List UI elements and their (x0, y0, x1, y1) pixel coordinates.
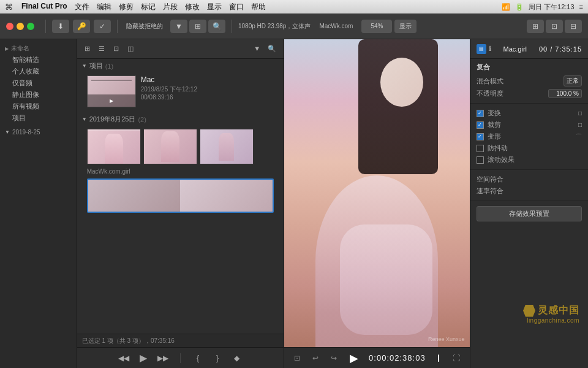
projects-label: 项目 (12, 114, 26, 121)
smart-filter-label: 智能精选 (12, 56, 39, 63)
media-name: Mac (141, 75, 274, 84)
transform-checkbox[interactable]: ✓ (477, 110, 484, 117)
menu-window[interactable]: 窗口 (229, 2, 244, 12)
media-thumb-mac: ▶ (87, 75, 136, 107)
menu-trim[interactable]: 修剪 (119, 2, 134, 12)
blend-mode-dropdown[interactable]: 正常 (564, 75, 582, 86)
layout-btn-1[interactable]: ⊞ (527, 20, 544, 33)
preview-forward-btn[interactable]: ↪ (328, 353, 339, 364)
controls-sep (180, 353, 181, 363)
rolling-shutter-label: 滚动效果 (488, 155, 514, 164)
menu-help[interactable]: 帮助 (251, 2, 266, 12)
sidebar-item-smart[interactable]: 智能精选 (0, 54, 77, 66)
media-item-mac[interactable]: ▶ Mac 2019/8/25 下午12:12 00/08:39:16 (82, 73, 279, 110)
zoom-select[interactable]: 54% (361, 20, 392, 33)
toolbar-separator-2 (117, 20, 118, 33)
save-effects-button[interactable]: 存储效果预置 (477, 206, 582, 221)
menu-app-name[interactable]: Final Cut Pro (21, 2, 67, 12)
play-backward-btn[interactable]: ◀◀ (116, 352, 131, 364)
in-point-btn[interactable]: { (190, 352, 205, 364)
status-menu-icon[interactable]: ≡ (579, 3, 583, 10)
menu-view[interactable]: 显示 (207, 2, 222, 12)
rate-conform-row: 速率符合 (477, 185, 582, 197)
filter-btn[interactable]: ▼ (170, 20, 187, 33)
display-btn[interactable]: 显示 (394, 20, 417, 33)
menu-file[interactable]: 文件 (75, 2, 89, 12)
menu-clip[interactable]: 片段 (163, 2, 178, 12)
close-button[interactable] (6, 23, 13, 30)
apple-logo[interactable]: ⌘ (5, 2, 13, 12)
spatial-conform-row: 空间符合 (477, 174, 582, 185)
sidebar-item-stills[interactable]: 静止图像 (0, 89, 77, 101)
browser-panel: ⊞ ☰ ⊡ ◫ ▼ 🔍 ▼ 项目 (1) (77, 39, 284, 368)
rolling-shutter-checkbox[interactable] (477, 156, 484, 164)
sidebar: ▶ 未命名 智能精选 个人收藏 仅音频 静止图像 所有视频 项目 ▼ 2019-… (0, 39, 77, 368)
browser-angle-btn[interactable]: ◫ (125, 44, 136, 54)
key-button[interactable]: 🔑 (73, 20, 90, 33)
preview-controls: ⊡ ↩ ↪ ▶ 0:00:02:38:03 ⛶ (284, 347, 470, 368)
inspector-time: 00 / 7:35:15 (539, 45, 582, 53)
sidebar-item-audio[interactable]: 仅音频 (0, 77, 77, 89)
view-btn[interactable]: ⊞ (189, 20, 206, 33)
watermark-url: lingganchina.com (523, 317, 579, 324)
crop-row: ✓ 裁剪 □ (477, 119, 582, 131)
menu-edit[interactable]: 编辑 (97, 2, 111, 12)
search-btn[interactable]: 🔍 (208, 20, 225, 33)
inspector-transform-section: ✓ 变换 □ ✓ 裁剪 □ ✓ 变形 ⌒ 防抖动 滚动效果 (470, 104, 588, 170)
browser-status-text: 已选定 1 项（共 3 项），07:35:16 (82, 337, 175, 345)
sidebar-item-personal[interactable]: 个人收藏 (0, 66, 77, 77)
play-btn[interactable]: ▶ (136, 352, 151, 364)
maximize-button[interactable] (27, 23, 34, 30)
grid-item-3[interactable] (200, 129, 254, 164)
preview-watermark: Renee Xunxue (428, 336, 465, 342)
rolling-shutter-row: 滚动效果 (477, 154, 582, 166)
media-duration: 00/08:39:16 (141, 94, 274, 101)
toolbar-separator-3 (232, 20, 232, 33)
browser-timeline-btn[interactable]: ⊡ (111, 44, 121, 54)
browser-list-btn[interactable]: ☰ (96, 44, 107, 54)
main-area: ▶ 未命名 智能精选 个人收藏 仅音频 静止图像 所有视频 项目 ▼ 2019-… (0, 39, 588, 368)
browser-view-btn[interactable]: ⊞ (82, 44, 92, 54)
sidebar-item-projects[interactable]: 项目 (0, 112, 77, 124)
watermark-text: 灵感中国 (538, 304, 579, 317)
inspector-title: Mac.girl (503, 45, 527, 53)
layout-btn-2[interactable]: ⊡ (546, 20, 563, 33)
crop-checkbox[interactable]: ✓ (477, 121, 484, 129)
selected-media-item[interactable] (87, 178, 274, 213)
mark-btn[interactable]: ◆ (230, 352, 244, 364)
preview-fullscreen-btn[interactable]: ⛶ (450, 353, 462, 364)
menu-modify[interactable]: 修改 (185, 2, 200, 12)
rate-conform-label: 速率符合 (477, 186, 503, 196)
preview-expand-btn[interactable]: ⊡ (292, 353, 303, 364)
grid-item-2[interactable] (143, 129, 197, 164)
check-button[interactable]: ✓ (94, 20, 111, 33)
inspector-color-btn[interactable]: ▤ (477, 44, 486, 54)
browser-section-date-header[interactable]: ▼ 2019年8月25日 (2) (82, 115, 279, 124)
sidebar-item-allvideo[interactable]: 所有视频 (0, 101, 77, 112)
preview-back-btn[interactable]: ↩ (310, 353, 321, 364)
inspector-info-btn[interactable]: ℹ (489, 45, 491, 53)
section1-label: 项目 (89, 61, 103, 71)
import-button[interactable]: ⬇ (52, 20, 69, 33)
minimize-button[interactable] (17, 23, 24, 30)
play-forward-btn[interactable]: ▶▶ (156, 352, 170, 364)
spatial-conform-label: 空间符合 (477, 175, 503, 184)
browser-filter-btn[interactable]: ▼ (251, 44, 263, 54)
status-datetime: 周日 下午12:13 (529, 2, 575, 12)
stabilize-checkbox[interactable] (477, 145, 484, 152)
opacity-value[interactable]: 100.0 % (548, 89, 582, 98)
grid-item-1[interactable] (87, 129, 141, 164)
transform-arrow[interactable]: □ (578, 110, 582, 117)
browser-section-project-header[interactable]: ▼ 项目 (1) (82, 61, 279, 71)
browser-search-btn[interactable]: 🔍 (265, 44, 279, 54)
preview-play-btn[interactable]: ▶ (347, 351, 361, 366)
layout-btn-3[interactable]: ⊟ (565, 20, 582, 33)
section2-count: (2) (138, 116, 146, 123)
out-point-btn[interactable]: } (210, 352, 225, 364)
distort-label: 变形 (488, 132, 501, 141)
distort-checkbox[interactable]: ✓ (477, 133, 484, 140)
menu-mark[interactable]: 标记 (141, 2, 156, 12)
browser-section-project: ▼ 项目 (1) ▶ Mac 201 (77, 59, 284, 112)
crop-arrow[interactable]: □ (578, 121, 582, 128)
media-date: 2019/8/25 下午12:12 (141, 85, 274, 94)
